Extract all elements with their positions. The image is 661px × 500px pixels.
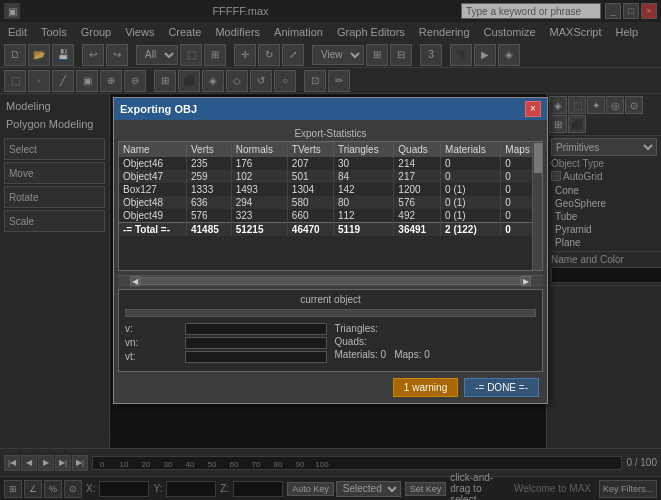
table-cell: Object47 [119,170,186,183]
table-cell: 1493 [231,183,287,196]
table-cell: Object48 [119,196,186,209]
table-cell: 84 [333,170,393,183]
table-cell: 2 (122) [441,222,501,236]
table-cell: 492 [394,209,441,223]
stats-row: v: vn: vt: Tr [125,323,536,365]
quads-stat: Quads: [335,336,537,347]
v-value [185,323,327,335]
table-cell: 576 [394,196,441,209]
table-cell: 102 [231,170,287,183]
table-cell: 1200 [394,183,441,196]
col-materials: Materials [441,142,501,157]
table-cell: 580 [287,196,333,209]
table-cell: 0 (1) [441,183,501,196]
done-button[interactable]: -= DONE =- [464,378,539,397]
table-cell: 51215 [231,222,287,236]
table-cell: 30 [333,157,393,170]
triangles-stat: Triangles: [335,323,537,334]
table-row: Object495763236601124920 (1)0 [119,209,542,223]
table-cell: 214 [394,157,441,170]
col-name: Name [119,142,186,157]
table-cell: 142 [333,183,393,196]
table-cell: 259 [186,170,231,183]
dialog-body: Export-Statistics Name Verts Normals TVe… [114,120,547,403]
col-quads: Quads [394,142,441,157]
table-cell: 636 [186,196,231,209]
dialog-footer: 1 warning -= DONE =- [118,376,543,399]
vn-label: vn: [125,337,185,348]
vt-value [185,351,327,363]
stats-col-left: v: vn: vt: [125,323,327,365]
col-tverts: TVerts [287,142,333,157]
table-cell: 217 [394,170,441,183]
dialog-overlay: Exporting OBJ × Export-Statistics Name V… [0,0,661,500]
progress-bar [125,309,536,317]
table-cell: 0 [441,170,501,183]
vn-stat: vn: [125,337,327,349]
table-cell: 36491 [394,222,441,236]
table-cell: 235 [186,157,231,170]
table-cell: 1333 [186,183,231,196]
current-object-section: current object v: vn: [118,289,543,372]
table-cell: 576 [186,209,231,223]
warning-button[interactable]: 1 warning [393,378,458,397]
dialog-close-button[interactable]: × [525,101,541,117]
table-cell: Box127 [119,183,186,196]
vn-value [185,337,327,349]
table-scrollbar-vertical[interactable] [532,142,542,270]
table-cell: Object49 [119,209,186,223]
quads-label: Quads: [335,336,395,347]
table-cell: 501 [287,170,333,183]
table-row: Object48636294580805760 (1)0 [119,196,542,209]
stats-table: Name Verts Normals TVerts Triangles Quad… [119,142,542,236]
scroll-left-arrow[interactable]: ◀ [130,276,140,286]
col-normals: Normals [231,142,287,157]
current-object-header: current object [125,294,536,305]
table-cell: 80 [333,196,393,209]
statistics-header: Export-Statistics [118,128,543,139]
table-cell: 1304 [287,183,333,196]
table-row: -= Total =-4148551215464705119364912 (12… [119,222,542,236]
v-stat: v: [125,323,327,335]
table-cell: 0 (1) [441,209,501,223]
dialog-title: Exporting OBJ [120,103,197,115]
table-cell: 660 [287,209,333,223]
scrollbar-h-track[interactable] [140,277,521,285]
table-cell: 294 [231,196,287,209]
vt-stat: vt: [125,351,327,363]
vt-label: vt: [125,351,185,362]
scrollbar-thumb[interactable] [534,143,542,173]
table-cell: 5119 [333,222,393,236]
table-cell: 112 [333,209,393,223]
stats-table-container: Name Verts Normals TVerts Triangles Quad… [118,141,543,271]
export-dialog: Exporting OBJ × Export-Statistics Name V… [113,97,548,404]
col-triangles: Triangles [333,142,393,157]
table-scrollbar-horizontal[interactable]: ◀ ▶ [118,275,543,287]
table-cell: 323 [231,209,287,223]
dialog-title-bar: Exporting OBJ × [114,98,547,120]
col-verts: Verts [186,142,231,157]
materials-label: Materials: 0 [335,349,387,360]
v-label: v: [125,323,185,334]
stats-col-right: Triangles: Quads: Materials: 0 Maps: 0 [335,323,537,365]
table-cell: 176 [231,157,287,170]
triangles-label: Triangles: [335,323,395,334]
table-cell: 41485 [186,222,231,236]
maps-label: Maps: 0 [394,349,430,360]
stats-tbody: Object462351762073021400Object4725910250… [119,157,542,236]
table-cell: -= Total =- [119,222,186,236]
table-row: Object472591025018421700 [119,170,542,183]
table-row: Object462351762073021400 [119,157,542,170]
table-cell: Object46 [119,157,186,170]
table-cell: 46470 [287,222,333,236]
table-row: Box12713331493130414212000 (1)0 [119,183,542,196]
table-cell: 0 (1) [441,196,501,209]
table-cell: 207 [287,157,333,170]
table-cell: 0 [441,157,501,170]
scroll-right-arrow[interactable]: ▶ [521,276,531,286]
